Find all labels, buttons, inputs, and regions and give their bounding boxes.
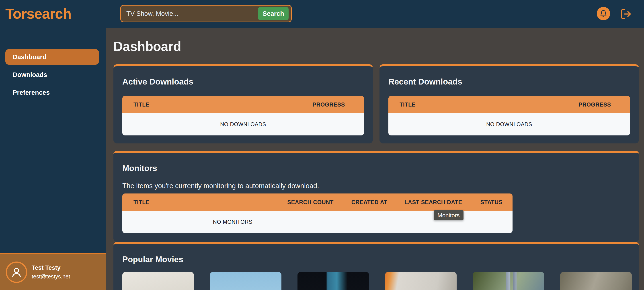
empty-state-text: NO MONITORS (213, 219, 252, 225)
search-button[interactable]: Search (258, 7, 288, 20)
user-email: test@testys.net (32, 273, 70, 280)
empty-state-text: NO DOWNLOADS (486, 121, 532, 128)
monitors-card: Monitors The items you're currently moni… (114, 151, 639, 242)
notifications-button[interactable] (597, 7, 610, 20)
movie-poster[interactable] (210, 272, 282, 290)
column-header-progress: PROGRESS (578, 101, 611, 108)
sidebar: Dashboard Downloads Preferences Test Tes… (0, 28, 106, 290)
movie-poster[interactable] (473, 272, 544, 290)
movie-poster[interactable] (122, 272, 194, 290)
movie-poster[interactable] (298, 272, 369, 290)
topbar: Torsearch Search (0, 0, 644, 28)
popular-movies-title: Popular Movies (122, 255, 630, 264)
sidebar-item-dashboard[interactable]: Dashboard (5, 49, 99, 65)
recent-downloads-table: TITLE PROGRESS NO DOWNLOADS (388, 96, 630, 136)
movie-poster[interactable] (560, 272, 632, 290)
empty-state-text: NO DOWNLOADS (220, 121, 266, 128)
active-downloads-card: Active Downloads TITLE PROGRESS NO DOWNL… (114, 64, 373, 144)
bell-icon (600, 10, 607, 17)
search-input[interactable] (121, 5, 258, 21)
poster-row (122, 272, 630, 290)
search-bar: Search (120, 5, 292, 22)
column-header-title: TITLE (400, 101, 416, 108)
table-empty-row: NO DOWNLOADS (122, 113, 364, 136)
column-header-created-at: CREATED AT (352, 199, 387, 205)
column-header-last-search-date: LAST SEARCH DATE (404, 199, 462, 205)
user-meta: Test Testy test@testys.net (32, 265, 70, 280)
monitors-description: The items you're currently monitoring to… (122, 182, 630, 190)
person-icon (10, 266, 22, 278)
main-content: Dashboard Active Downloads TITLE PROGRES… (106, 28, 644, 290)
active-downloads-table: TITLE PROGRESS NO DOWNLOADS (122, 96, 364, 136)
logout-button[interactable] (620, 8, 632, 20)
column-header-title: TITLE (122, 199, 150, 205)
table-header-row: TITLE PROGRESS (388, 96, 630, 113)
recent-downloads-card: Recent Downloads TITLE PROGRESS NO DOWNL… (380, 64, 639, 144)
table-header-row: TITLE SEARCH COUNT CREATED AT LAST SEARC… (122, 193, 512, 211)
column-header-status: STATUS (480, 199, 502, 205)
sidebar-item-preferences[interactable]: Preferences (5, 85, 99, 100)
popular-movies-card: Popular Movies (114, 242, 639, 290)
sidebar-nav: Dashboard Downloads Preferences (5, 49, 99, 100)
sidebar-item-downloads[interactable]: Downloads (5, 67, 99, 83)
active-downloads-title: Active Downloads (122, 77, 364, 87)
monitors-title: Monitors (122, 164, 630, 173)
downloads-cards-row: Active Downloads TITLE PROGRESS NO DOWNL… (114, 64, 639, 144)
avatar (6, 262, 27, 283)
page-title: Dashboard (114, 39, 639, 54)
table-empty-row: NO DOWNLOADS (388, 113, 630, 136)
column-header-title: TITLE (134, 101, 150, 108)
app-logo: Torsearch (5, 0, 71, 28)
logout-icon (620, 8, 632, 20)
movie-poster[interactable] (385, 272, 456, 290)
column-header-progress: PROGRESS (312, 101, 345, 108)
user-panel[interactable]: Test Testy test@testys.net (0, 253, 106, 290)
user-name: Test Testy (32, 265, 70, 271)
recent-downloads-title: Recent Downloads (388, 77, 630, 87)
column-header-search-count: SEARCH COUNT (287, 199, 333, 205)
table-header-row: TITLE PROGRESS (122, 96, 364, 113)
app-window: Torsearch Search (0, 0, 644, 290)
monitors-tooltip: Monitors (434, 210, 464, 220)
